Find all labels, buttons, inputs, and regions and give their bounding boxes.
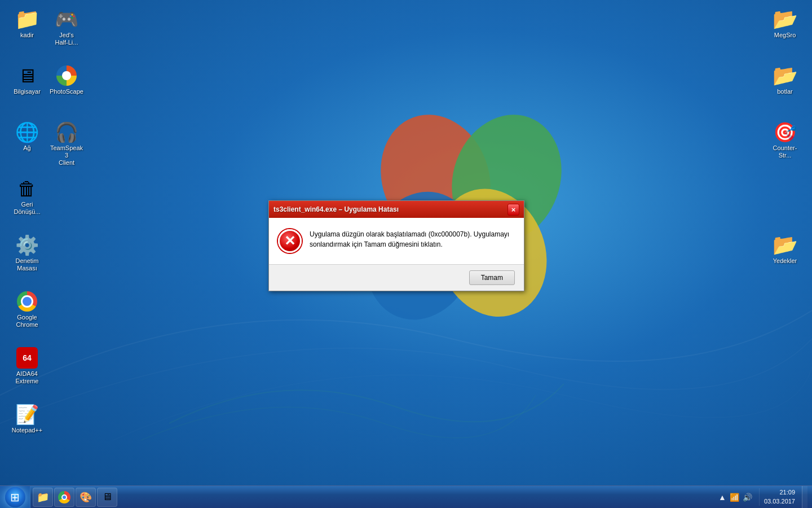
- network-icon: 🌐: [16, 121, 38, 143]
- icon-aida64[interactable]: 64 AIDA64Extreme: [7, 344, 47, 387]
- dialog-close-button[interactable]: ×: [508, 204, 519, 216]
- show-desktop-button[interactable]: [802, 486, 807, 509]
- icon-label: Notepad++: [12, 427, 42, 434]
- tray-arrow-icon[interactable]: ▲: [718, 493, 726, 502]
- taskbar-item-paint[interactable]: 🎨: [76, 488, 96, 507]
- icon-label: Ağ: [23, 144, 30, 152]
- icon-teamspeak[interactable]: 🎧 TeamSpeak 3Client: [46, 119, 87, 169]
- dialog-title: ts3client_win64.exe – Uygulama Hatası: [273, 205, 399, 213]
- start-button[interactable]: ⊞: [0, 486, 30, 509]
- icon-label: DenetimMasası: [16, 257, 39, 272]
- icon-google-chrome[interactable]: GoogleChrome: [7, 288, 47, 331]
- icon-yedekler[interactable]: 📂 Yedekler: [765, 231, 805, 267]
- error-icon: ✕: [278, 229, 302, 253]
- chrome-taskbar-icon: [58, 491, 70, 503]
- icon-label: GoogleChrome: [16, 314, 38, 329]
- icon-jeds-halflife[interactable]: 🎮 Jed'sHalf-Li...: [46, 6, 87, 49]
- chrome-icon: [16, 290, 38, 313]
- system-tray: ▲ 📶 🔊: [714, 486, 757, 508]
- taskmanager-icon: 🖥: [102, 491, 112, 503]
- icon-notepadpp[interactable]: 📝 Notepad++: [7, 401, 47, 436]
- clock-time: 21:09: [764, 488, 795, 497]
- icon-label: PhotoScape: [50, 88, 83, 95]
- icon-label: Counter-Str...: [767, 144, 803, 159]
- control-panel-icon: ⚙️: [16, 234, 38, 256]
- error-dialog: ts3client_win64.exe – Uygulama Hatası × …: [268, 200, 524, 291]
- halflife-icon: 🎮: [55, 8, 78, 30]
- teamspeak-icon: 🎧: [55, 121, 78, 143]
- folder-icon: 📂: [774, 8, 796, 30]
- icon-counter-strike[interactable]: 🎯 Counter-Str...: [765, 119, 805, 161]
- icon-label: GeriDönüşü...: [14, 201, 40, 216]
- icon-label: Bilgisayar: [14, 88, 41, 95]
- icon-label: AIDA64Extreme: [16, 370, 39, 385]
- icon-megsro[interactable]: 📂 MegSro: [765, 6, 805, 41]
- icon-bilgisayar[interactable]: 🖥 Bilgisayar: [7, 62, 47, 98]
- dialog-message: Uygulama düzgün olarak başlatılamadı (0x…: [310, 229, 515, 249]
- taskbar-item-explorer[interactable]: 📁: [33, 488, 53, 507]
- taskbar-item-taskmanager[interactable]: 🖥: [97, 488, 117, 507]
- icon-label: TeamSpeak 3Client: [48, 144, 85, 167]
- taskbar-items: 📁 🎨 🖥: [30, 486, 120, 508]
- computer-icon: 🖥: [16, 64, 38, 87]
- start-orb: ⊞: [5, 487, 25, 507]
- photoscape-icon: [55, 64, 78, 87]
- icon-label: Jed'sHalf-Li...: [55, 32, 78, 46]
- notepadpp-icon: 📝: [16, 403, 38, 426]
- dialog-ok-button[interactable]: Tamam: [469, 270, 515, 285]
- folder-icon: 📂: [774, 64, 796, 87]
- dialog-footer: Tamam: [269, 264, 524, 291]
- clock[interactable]: 21:09 03.03.2017: [759, 488, 800, 506]
- icon-label: Yedekler: [773, 257, 797, 265]
- icon-ag[interactable]: 🌐 Ağ: [7, 119, 47, 154]
- volume-tray-icon: 🔊: [743, 493, 752, 502]
- aida64-icon: 64: [16, 347, 38, 369]
- taskbar-right: ▲ 📶 🔊 21:09 03.03.2017: [714, 486, 812, 508]
- desktop: 📁 kadir 🎮 Jed'sHalf-Li... 🖥 Bilgisayar: [0, 0, 812, 508]
- icon-control-panel[interactable]: ⚙️ DenetimMasası: [7, 231, 47, 274]
- icon-botlar[interactable]: 📂 botlar: [765, 62, 805, 98]
- network-tray-icon: 📶: [730, 493, 739, 502]
- paint-icon: 🎨: [80, 491, 92, 503]
- icon-label: botlar: [777, 88, 793, 95]
- dialog-content: ✕ Uygulama düzgün olarak başlatılamadı (…: [269, 218, 524, 264]
- icon-label: MegSro: [774, 32, 796, 39]
- icon-label: kadir: [20, 32, 34, 39]
- explorer-icon: 📁: [37, 491, 49, 503]
- dialog-titlebar: ts3client_win64.exe – Uygulama Hatası ×: [269, 201, 524, 218]
- clock-date: 03.03.2017: [764, 497, 795, 506]
- icon-photoscape[interactable]: PhotoScape: [46, 62, 87, 98]
- taskbar: ⊞ 📁 🎨 🖥 ▲ 📶 🔊: [0, 485, 812, 508]
- icon-recycle-bin[interactable]: 🗑 GeriDönüşü...: [7, 175, 47, 218]
- icon-kadir[interactable]: 📁 kadir: [7, 6, 47, 41]
- windows-icon: ⊞: [10, 491, 20, 504]
- folder-icon: 📁: [16, 8, 38, 30]
- taskbar-item-chrome[interactable]: [54, 488, 74, 507]
- recycle-icon: 🗑: [16, 177, 38, 200]
- folder-icon: 📂: [774, 234, 796, 256]
- counter-strike-icon: 🎯: [774, 121, 796, 143]
